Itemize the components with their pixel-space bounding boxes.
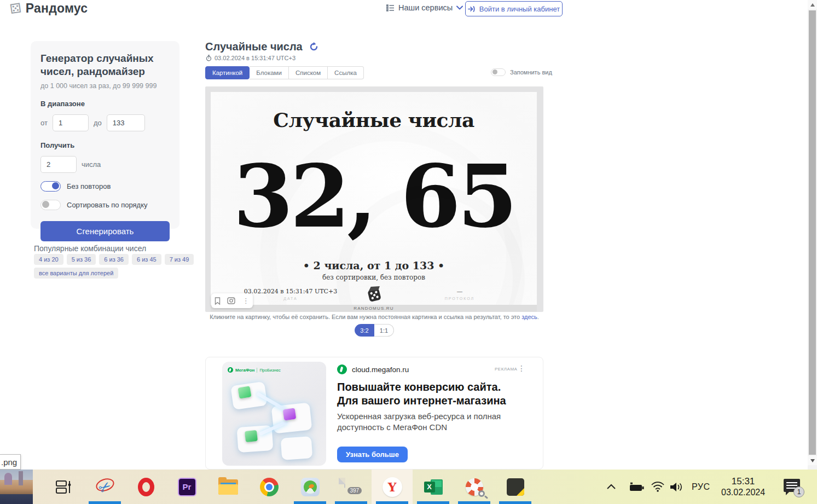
ad-body-line2: доступность с МегаФон CDN: [337, 422, 501, 433]
services-menu[interactable]: Наши сервисы: [386, 3, 463, 12]
ratio-1-1-button[interactable]: 1:1: [374, 324, 394, 337]
folded-note-icon: [507, 478, 524, 496]
ad-cta-button[interactable]: Узнать больше: [337, 447, 408, 462]
ratio-3-2-button[interactable]: 3:2: [355, 324, 374, 337]
notification-center-button[interactable]: 1: [784, 479, 802, 495]
download-filename-tooltip: .png: [0, 454, 21, 470]
taskbar-browser-app-button[interactable]: [289, 470, 331, 504]
taskbar-file-explorer-button[interactable]: [207, 470, 248, 504]
more-options-icon[interactable]: ⋮: [242, 297, 250, 304]
no-repeats-label: Без повторов: [67, 182, 111, 190]
refresh-icon[interactable]: [309, 42, 318, 51]
opera-icon: [138, 478, 154, 496]
caption-period: .: [537, 314, 539, 320]
taskbar-yandex-browser-button[interactable]: Y: [372, 470, 413, 504]
vertical-scrollbar[interactable]: [808, 0, 817, 470]
taskbar-help-search-button[interactable]: [454, 470, 495, 504]
tab-list[interactable]: Списком: [289, 66, 328, 79]
scroll-down-button[interactable]: [808, 456, 817, 465]
image-protocol-label: ПРОТОКОЛ: [419, 297, 501, 300]
taskbar-task-view-button[interactable]: [43, 470, 84, 504]
ad-title[interactable]: Повышайте конверсию сайта. Для вашего ин…: [337, 380, 506, 408]
no-repeats-toggle[interactable]: [40, 181, 61, 192]
scrollbar-thumb[interactable]: [809, 10, 816, 455]
login-arrow-icon: [468, 6, 476, 12]
remember-view-row[interactable]: Запомнить вид: [491, 68, 552, 76]
document-count-badge: 397: [347, 487, 362, 494]
tab-picture[interactable]: Картинкой: [205, 66, 250, 79]
taskbar-chrome-button[interactable]: [248, 470, 289, 504]
language-indicator[interactable]: РУС: [692, 482, 710, 492]
caption-link[interactable]: здесь: [522, 314, 537, 320]
image-dice-icon: [364, 285, 383, 303]
megafon-brand: МегаФон: [235, 368, 254, 373]
scroll-up-button[interactable]: [808, 0, 817, 9]
megafon-brand-sub: ПроБизнес: [259, 368, 280, 373]
chip-6of36[interactable]: 6 из 36: [99, 254, 129, 265]
battery-charging-icon[interactable]: [628, 482, 645, 492]
ad-favicon: [337, 364, 347, 374]
ad-body: Ускоренная загрузка веб-ресурса и полная…: [337, 411, 501, 433]
taskbar-clock[interactable]: 15:31 03.02.2024: [721, 476, 765, 497]
document-icon: 397: [344, 478, 358, 496]
ad-card[interactable]: МегаФон ПроБизнес cloud.megafon.ru РЕКЛА…: [205, 357, 543, 470]
wifi-icon[interactable]: [651, 482, 664, 492]
taskbar-notes-app-button[interactable]: [495, 470, 536, 504]
notification-count-badge: 1: [793, 486, 804, 497]
ad-menu-icon[interactable]: ⋮: [518, 364, 525, 373]
taskbar-opera-button[interactable]: [125, 470, 166, 504]
bookmark-icon[interactable]: [215, 297, 221, 305]
image-params-secondary: без сортировки, без повторов: [211, 274, 537, 281]
toggle-knob: [52, 182, 59, 189]
count-input[interactable]: [40, 156, 77, 173]
sort-toggle-row[interactable]: Сортировать по порядку: [40, 200, 170, 210]
ad-title-line2: Для вашего интернет-магазина: [337, 394, 506, 408]
result-image[interactable]: Случайные числа 32, 65 • 2 числа, от 1 д…: [205, 86, 543, 312]
chrome-icon: [260, 478, 279, 496]
toggle-knob: [42, 201, 49, 208]
chip-4of20[interactable]: 4 из 20: [34, 254, 63, 265]
chip-5of36[interactable]: 5 из 36: [67, 254, 96, 265]
ad-domain[interactable]: cloud.megafon.ru: [352, 366, 409, 374]
image-numbers: 32, 65: [211, 153, 537, 240]
file-explorer-icon: [218, 479, 238, 495]
from-input[interactable]: [53, 114, 89, 131]
taskbar-excel-button[interactable]: X: [413, 470, 454, 504]
running-indicator: [335, 501, 367, 504]
sort-label: Сортировать по порядку: [67, 201, 147, 209]
ratio-switch: 3:2 1:1: [205, 324, 543, 337]
chip-all-lotteries[interactable]: все варианты для лотерей: [34, 268, 118, 279]
chevron-down-icon: [456, 5, 463, 10]
list-icon: [386, 4, 395, 11]
sort-toggle[interactable]: [40, 200, 61, 210]
running-indicator: [458, 501, 490, 504]
remember-view-toggle[interactable]: [491, 68, 506, 76]
chip-7of49[interactable]: 7 из 49: [165, 254, 194, 265]
notification-icon-lines: [786, 482, 797, 484]
generate-button[interactable]: Сгенерировать: [40, 221, 170, 241]
login-button[interactable]: Войти в личный кабинет: [465, 1, 563, 16]
taskbar-premiere-button[interactable]: Pr: [166, 470, 207, 504]
tab-link[interactable]: Ссылка: [328, 66, 364, 79]
chip-6of45[interactable]: 6 из 45: [132, 254, 161, 265]
tray-chevron-up-icon[interactable]: [606, 484, 616, 490]
camera-icon[interactable]: [227, 297, 235, 304]
ad-image[interactable]: МегаФон ПроБизнес: [222, 362, 326, 466]
taskbar-snipping-tool-button[interactable]: ✂: [84, 470, 125, 504]
site-name: Рандомус: [26, 1, 88, 16]
to-input[interactable]: [107, 114, 145, 131]
tab-blocks[interactable]: Блоками: [250, 66, 289, 79]
ad-illustration-cube-green: [237, 386, 251, 399]
site-logo[interactable]: ⚄ Рандомус: [10, 1, 88, 16]
speaker-icon[interactable]: [670, 482, 684, 493]
no-repeats-toggle-row[interactable]: Без повторов: [40, 181, 170, 192]
image-toolbar: ⋮: [211, 293, 253, 308]
popular-chips: 4 из 20 5 из 36 6 из 36 6 из 45 7 из 49: [34, 254, 194, 265]
taskbar-photo-thumbnail[interactable]: [0, 470, 33, 504]
yandex-browser-icon: Y: [383, 477, 402, 497]
taskbar-document-button[interactable]: 397: [331, 470, 372, 504]
result-title: Случайные числа: [205, 40, 303, 53]
remember-view-label: Запомнить вид: [510, 69, 552, 76]
dice-logo-icon: ⚄: [9, 1, 22, 16]
ad-illustration-cube-green: [245, 430, 258, 442]
